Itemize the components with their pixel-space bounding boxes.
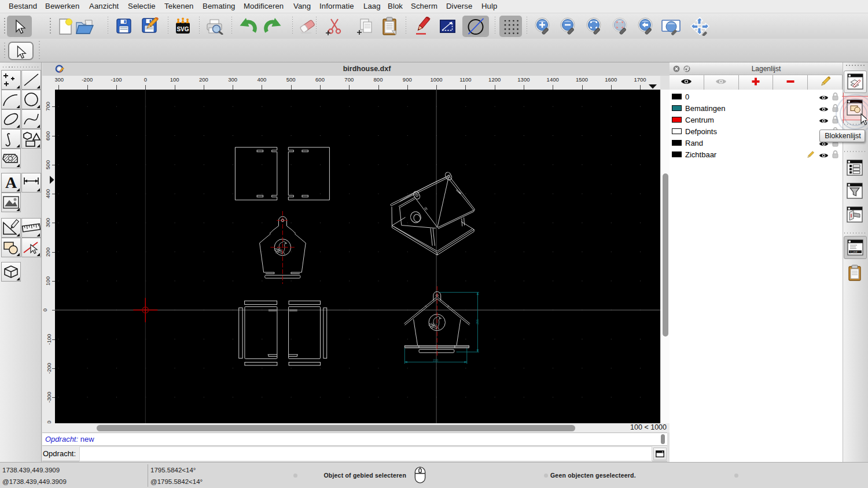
svg-text:SVG: SVG xyxy=(176,26,189,32)
svg-text:220: 220 xyxy=(433,358,438,362)
svg-text:>_cmd: >_cmd xyxy=(850,250,857,253)
svg-text:255: 255 xyxy=(476,319,479,324)
